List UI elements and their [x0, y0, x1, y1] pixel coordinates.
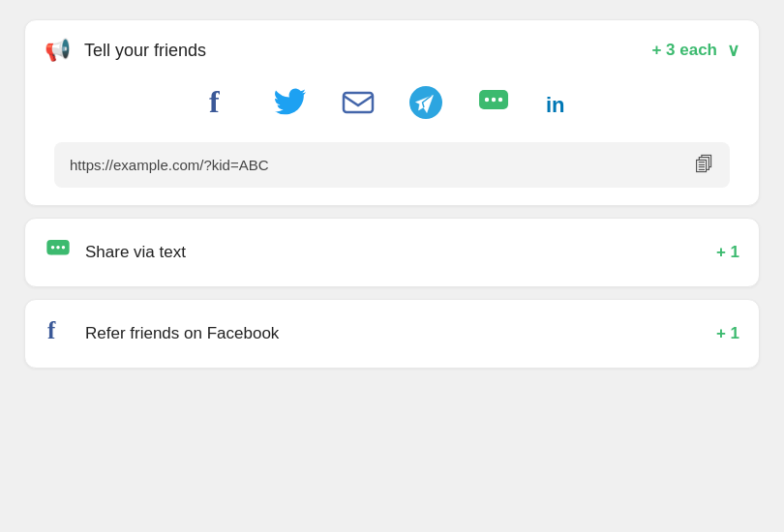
facebook-icon: f [45, 317, 72, 350]
svg-point-6 [498, 98, 502, 102]
svg-point-5 [492, 98, 496, 102]
copy-button[interactable]: 🗐 [695, 154, 714, 176]
twitter-share-button[interactable] [270, 82, 311, 123]
main-container: 📢 Tell your friends + 3 each ∨ f [24, 19, 760, 369]
share-text-title: Share via text [85, 243, 186, 262]
email-share-button[interactable] [338, 82, 378, 123]
referral-url-bar: https://example.com/?kid=ABC 🗐 [54, 142, 730, 188]
social-icons-row: f [45, 82, 739, 123]
referral-url-text: https://example.com/?kid=ABC [70, 157, 269, 173]
svg-point-4 [485, 98, 489, 102]
header-right: + 3 each ∨ [651, 40, 739, 61]
svg-point-10 [56, 246, 59, 249]
refer-facebook-title: Refer friends on Facebook [85, 324, 279, 343]
sms-share-button[interactable] [473, 82, 514, 123]
svg-rect-1 [344, 93, 373, 112]
card-header: 📢 Tell your friends + 3 each ∨ [45, 38, 739, 63]
linkedin-share-button[interactable]: in [541, 82, 582, 123]
share-text-points: + 1 [716, 243, 739, 262]
svg-point-9 [51, 246, 54, 249]
refer-facebook-content: Refer friends on Facebook + 1 [85, 324, 739, 343]
refer-facebook-points: + 1 [716, 324, 739, 343]
refer-facebook-card[interactable]: f Refer friends on Facebook + 1 [24, 299, 760, 369]
header-left: 📢 Tell your friends [45, 38, 206, 63]
svg-point-11 [62, 246, 65, 249]
svg-text:in: in [546, 93, 565, 117]
svg-text:f: f [47, 317, 56, 343]
points-badge: + 3 each [651, 41, 717, 60]
facebook-share-button[interactable]: f [202, 82, 243, 123]
megaphone-icon: 📢 [45, 38, 71, 63]
tell-friends-title: Tell your friends [84, 41, 206, 61]
sms-icon [45, 236, 72, 269]
chevron-down-icon[interactable]: ∨ [727, 40, 739, 61]
share-text-content: Share via text + 1 [85, 243, 739, 262]
share-via-text-card[interactable]: Share via text + 1 [24, 218, 760, 287]
tell-friends-card: 📢 Tell your friends + 3 each ∨ f [24, 19, 760, 206]
telegram-share-button[interactable] [406, 82, 446, 123]
svg-text:f: f [209, 85, 220, 119]
